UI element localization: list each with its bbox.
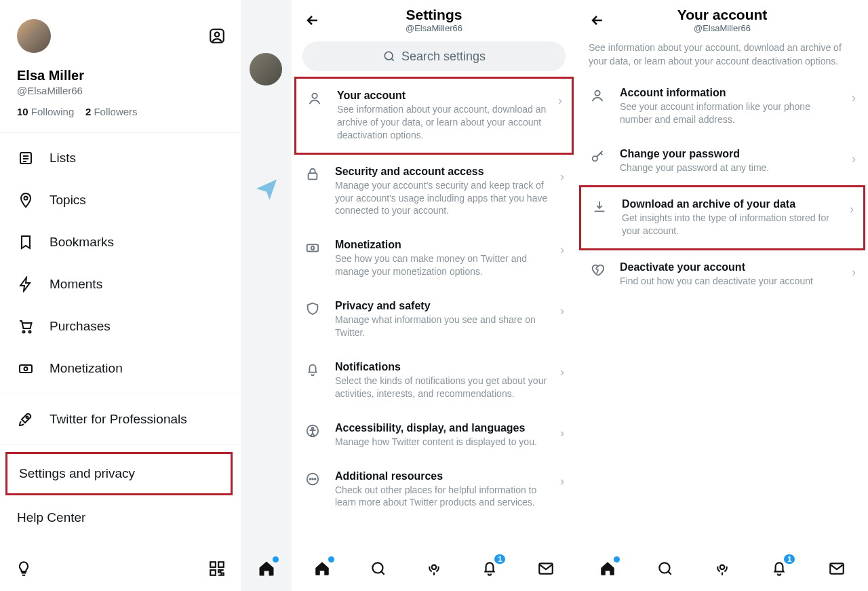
home-icon[interactable] bbox=[597, 558, 618, 579]
svg-point-3 bbox=[24, 197, 28, 200]
row-desc: See how you can make money on Twitter an… bbox=[335, 252, 549, 278]
profile-handle[interactable]: @ElsaMiller66 bbox=[0, 83, 241, 96]
settings-row-your-account[interactable]: Your account See information about your … bbox=[294, 77, 574, 155]
row-desc: Select the kinds of notifications you ge… bbox=[335, 375, 549, 400]
sidebar-item-label: Lists bbox=[50, 151, 76, 166]
qr-icon[interactable] bbox=[208, 560, 226, 577]
sidebar-item-topics[interactable]: Topics bbox=[0, 179, 241, 221]
row-title: Account information bbox=[620, 87, 841, 99]
settings-panel: Settings @ElsaMiller66 Search settings Y… bbox=[292, 0, 576, 591]
row-title: Your account bbox=[337, 90, 547, 102]
sidebar-item-help-center[interactable]: Help Center bbox=[0, 498, 241, 537]
account-row-deactivate[interactable]: Deactivate your account Find out how you… bbox=[579, 250, 865, 299]
svg-point-20 bbox=[309, 478, 311, 480]
svg-rect-11 bbox=[210, 570, 216, 575]
heartbreak-icon bbox=[586, 261, 609, 278]
lists-icon bbox=[17, 149, 35, 167]
account-row-info[interactable]: Account information See your account inf… bbox=[579, 76, 865, 137]
page-subtitle: @ElsaMiller66 bbox=[324, 23, 544, 33]
search-input[interactable]: Search settings bbox=[302, 41, 566, 71]
row-desc: Manage what information you see and shar… bbox=[335, 313, 549, 339]
settings-row-security[interactable]: Security and account access Manage your … bbox=[294, 155, 574, 229]
plane-icon bbox=[254, 176, 279, 201]
accounts-icon[interactable] bbox=[208, 27, 226, 45]
profile-name[interactable]: Elsa Miller bbox=[0, 61, 241, 83]
chevron-right-icon: › bbox=[852, 87, 856, 105]
account-intro: See information about your account, down… bbox=[576, 36, 868, 76]
home-icon[interactable] bbox=[312, 558, 332, 579]
sidebar-item-professionals[interactable]: Twitter for Professionals bbox=[0, 398, 241, 440]
mail-icon[interactable] bbox=[536, 558, 556, 579]
svg-point-28 bbox=[659, 563, 669, 573]
settings-row-privacy[interactable]: Privacy and safety Manage what informati… bbox=[294, 289, 574, 350]
topics-icon bbox=[17, 191, 35, 209]
back-button[interactable] bbox=[586, 9, 609, 32]
search-icon[interactable] bbox=[655, 558, 675, 579]
row-desc: Manage how Twitter content is displayed … bbox=[335, 436, 549, 449]
bell-icon[interactable]: 1 bbox=[769, 558, 789, 579]
lightning-icon bbox=[17, 275, 35, 293]
row-title: Change your password bbox=[620, 148, 841, 160]
row-title: Notifications bbox=[335, 361, 549, 373]
settings-row-accessibility[interactable]: Accessibility, display, and languages Ma… bbox=[294, 411, 574, 459]
chevron-right-icon: › bbox=[560, 361, 564, 379]
lock-icon bbox=[301, 166, 324, 182]
divider bbox=[0, 132, 241, 133]
row-desc: Manage your account's security and keep … bbox=[335, 179, 549, 218]
key-icon bbox=[586, 148, 609, 164]
person-icon bbox=[586, 87, 609, 103]
bell-icon bbox=[301, 361, 324, 377]
sidebar-item-bookmarks[interactable]: Bookmarks bbox=[0, 221, 241, 263]
follow-stats[interactable]: 10 Following 2 Followers bbox=[0, 96, 241, 128]
settings-row-notifications[interactable]: Notifications Select the kinds of notifi… bbox=[294, 350, 574, 411]
account-row-password[interactable]: Change your password Change your passwor… bbox=[579, 137, 865, 185]
row-desc: See your account information like your p… bbox=[620, 100, 841, 126]
svg-point-29 bbox=[720, 565, 725, 570]
account-row-download-archive[interactable]: Download an archive of your data Get ins… bbox=[579, 185, 865, 250]
settings-row-additional[interactable]: Additional resources Check out other pla… bbox=[294, 459, 574, 520]
notification-dot bbox=[273, 556, 279, 563]
spaces-icon[interactable] bbox=[712, 558, 732, 579]
chevron-right-icon: › bbox=[850, 198, 854, 216]
sidebar-item-moments[interactable]: Moments bbox=[0, 263, 241, 305]
money-icon bbox=[17, 360, 35, 377]
svg-point-12 bbox=[384, 52, 393, 60]
svg-point-8 bbox=[26, 417, 28, 419]
avatar[interactable] bbox=[17, 19, 51, 53]
back-button[interactable] bbox=[301, 9, 324, 32]
money-icon bbox=[301, 239, 324, 255]
sidebar-item-label: Bookmarks bbox=[50, 235, 114, 250]
notification-dot bbox=[614, 556, 620, 563]
spaces-icon[interactable] bbox=[424, 558, 444, 579]
search-icon[interactable] bbox=[368, 558, 389, 579]
sidebar-item-label: Purchases bbox=[50, 319, 111, 334]
chevron-right-icon: › bbox=[560, 422, 564, 440]
sidebar-item-settings-privacy[interactable]: Settings and privacy bbox=[5, 452, 233, 495]
row-title: Deactivate your account bbox=[620, 261, 841, 273]
more-icon bbox=[301, 470, 324, 487]
sidebar-item-lists[interactable]: Lists bbox=[0, 137, 241, 179]
chevron-right-icon: › bbox=[852, 261, 856, 280]
svg-point-16 bbox=[311, 247, 315, 250]
sidebar-item-monetization[interactable]: Monetization bbox=[0, 347, 241, 389]
notification-dot bbox=[328, 556, 334, 563]
chevron-right-icon: › bbox=[560, 166, 564, 184]
sidebar-item-label: Monetization bbox=[50, 361, 123, 376]
bookmark-icon bbox=[17, 233, 35, 251]
svg-point-13 bbox=[312, 94, 317, 98]
sidebar-item-label: Settings and privacy bbox=[19, 466, 135, 481]
bulb-icon[interactable] bbox=[15, 560, 33, 577]
home-icon[interactable] bbox=[256, 558, 277, 579]
cart-icon bbox=[17, 318, 35, 335]
svg-rect-10 bbox=[218, 562, 224, 567]
settings-row-monetization[interactable]: Monetization See how you can make money … bbox=[294, 228, 574, 289]
svg-point-4 bbox=[23, 331, 25, 333]
sidebar-item-purchases[interactable]: Purchases bbox=[0, 305, 241, 347]
mid-avatar[interactable] bbox=[250, 53, 282, 85]
svg-rect-6 bbox=[20, 365, 32, 373]
row-desc: Change your password at any time. bbox=[620, 161, 841, 174]
svg-point-24 bbox=[432, 565, 437, 570]
mail-icon[interactable] bbox=[827, 558, 847, 579]
bell-badge: 1 bbox=[494, 554, 505, 564]
bell-icon[interactable]: 1 bbox=[479, 558, 500, 579]
